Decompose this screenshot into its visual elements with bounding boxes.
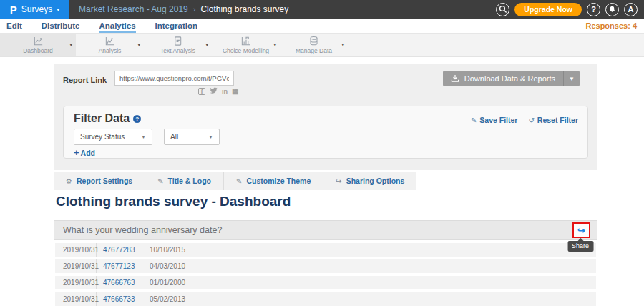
topbar-actions: Upgrade Now ? A [496, 3, 638, 16]
report-link-input[interactable] [114, 71, 234, 86]
analytics-toolbar: Dashboard ▾ Analysis ▾ [0, 34, 644, 57]
response-date: 2019/10/31 [55, 292, 97, 306]
download-data-reports-button[interactable]: Download Data & Reports ▼ [443, 71, 580, 86]
download-icon [451, 74, 459, 83]
embed-icon[interactable]: ▦ [232, 88, 238, 95]
add-filter-button[interactable]: +Add [74, 147, 95, 158]
chevron-down-icon[interactable]: ▾ [69, 42, 72, 48]
tab-sharing-options[interactable]: ↪ Sharing Options [323, 172, 416, 190]
choice-chart-icon [240, 36, 251, 46]
edit-icon: ✎ [236, 177, 242, 185]
twitter-icon[interactable] [210, 87, 218, 96]
filter-actions: ✎ Save Filter ↺ Reset Filter [471, 116, 578, 124]
chevron-down-icon: ▼ [569, 76, 575, 82]
nav-item-distribute[interactable]: Distribute [42, 19, 80, 33]
share-annotation-box: ↪ Share [572, 222, 590, 238]
filter-data-title: Filter Data? [74, 112, 141, 125]
text-document-icon [172, 36, 183, 46]
table-row: 2019/10/31 47677123 04/03/2010 [55, 259, 596, 273]
nav-item-analytics[interactable]: Analytics [99, 19, 135, 33]
table-row: 2019/10/31 47666763 01/01/2000 [55, 276, 596, 289]
help-button[interactable]: ? [587, 3, 600, 16]
upgrade-now-button[interactable]: Upgrade Now [514, 3, 582, 16]
nav-item-edit[interactable]: Edit [6, 19, 22, 33]
reset-filter-button[interactable]: ↺ Reset Filter [528, 116, 578, 124]
edit-icon: ✎ [157, 177, 163, 185]
tab-report-settings[interactable]: ⚙ Report Settings [54, 172, 145, 190]
response-answer: 05/02/2013 [142, 292, 185, 306]
analysis-chart-icon [104, 36, 115, 46]
page-title: Clothing brands survey - Dashboard [56, 194, 291, 209]
filter-type-dropdown[interactable]: Survey Status ▼ [74, 129, 152, 145]
questionpro-dashboard-screen: P Surveys ▾ Market Research - Aug 2019 ›… [0, 0, 644, 308]
chevron-down-icon[interactable]: ▾ [137, 42, 140, 48]
avatar[interactable]: A [624, 3, 638, 16]
table-row: 2019/10/31 47677283 10/10/2015 [55, 243, 596, 257]
plus-icon: + [74, 147, 79, 158]
share-tooltip: Share [567, 241, 593, 252]
notifications-button[interactable] [605, 3, 619, 16]
responses-count[interactable]: Responses: 4 [585, 19, 637, 33]
surveys-menu[interactable]: P Surveys ▾ [0, 0, 69, 19]
facebook-icon[interactable]: f [198, 88, 205, 95]
toolbar-item-dashboard[interactable]: Dashboard ▾ [0, 34, 76, 56]
question-title: What is your wedding anniversary date? [63, 225, 222, 235]
question-panel: What is your wedding anniversary date? ↪… [54, 220, 597, 308]
report-link-label: Report Link [63, 76, 107, 84]
report-card: Report Link f in ▦ Download Data & Repor… [54, 64, 597, 170]
help-icon[interactable]: ? [133, 115, 141, 123]
download-dropdown-caret[interactable]: ▼ [563, 71, 580, 86]
line-chart-icon [33, 36, 44, 46]
response-answer: 01/01/2000 [142, 276, 185, 289]
gears-icon: ⚙ [66, 177, 72, 185]
top-bar: P Surveys ▾ Market Research - Aug 2019 ›… [0, 0, 644, 19]
edit-icon: ✎ [471, 116, 477, 124]
table-row: 2019/10/31 47666733 05/02/2013 [55, 292, 596, 306]
response-date: 2019/10/31 [55, 259, 97, 273]
linkedin-icon[interactable]: in [222, 88, 228, 95]
search-icon [499, 5, 507, 14]
download-button-label: Download Data & Reports [464, 74, 555, 83]
response-id-link[interactable]: 47677283 [97, 243, 142, 257]
filter-type-value: Survey Status [80, 133, 125, 141]
breadcrumb-separator: › [193, 5, 196, 14]
chevron-down-icon: ▼ [141, 134, 146, 139]
filter-value-dropdown[interactable]: All ▼ [164, 129, 220, 145]
chevron-down-icon[interactable]: ▾ [205, 42, 208, 48]
report-settings-tabs: ⚙ Report Settings ✎ Title & Logo ✎ Custo… [54, 172, 416, 190]
social-share-row: f in ▦ [198, 87, 238, 96]
database-icon [308, 36, 319, 46]
nav-item-integration[interactable]: Integration [155, 19, 197, 33]
filter-value-value: All [170, 133, 178, 141]
search-button[interactable] [496, 3, 509, 16]
breadcrumb-folder[interactable]: Market Research - Aug 2019 [79, 4, 188, 14]
response-id-link[interactable]: 47666763 [97, 276, 142, 289]
toolbar-item-analysis[interactable]: Analysis ▾ [76, 34, 144, 56]
toolbar-item-manage-data[interactable]: Manage Data ▾ [280, 34, 348, 56]
chevron-down-icon[interactable]: ▾ [273, 42, 276, 48]
toolbar-item-choice-modelling[interactable]: Choice Modelling ▾ [212, 34, 280, 56]
chevron-down-icon: ▼ [208, 134, 213, 139]
share-button[interactable]: ↪ [572, 222, 590, 238]
tab-title-logo[interactable]: ✎ Title & Logo [145, 172, 224, 190]
response-answer: 04/03/2010 [142, 259, 185, 273]
share-icon: ↪ [336, 177, 341, 185]
save-filter-button[interactable]: ✎ Save Filter [471, 116, 518, 124]
responses-table: 2019/10/31 47677283 10/10/2015 2019/10/3… [54, 240, 597, 308]
filter-data-panel: Filter Data? ✎ Save Filter ↺ Reset Filte… [63, 106, 588, 159]
toolbar-item-text-analysis[interactable]: Text Analysis ▾ [144, 34, 212, 56]
breadcrumb-survey-name: Clothing brands survey [200, 4, 288, 14]
tab-customize-theme[interactable]: ✎ Customize Theme [224, 172, 323, 190]
response-id-link[interactable]: 47666733 [97, 292, 142, 306]
chevron-down-icon[interactable]: ▾ [341, 42, 344, 48]
reset-icon: ↺ [528, 116, 534, 124]
response-id-link[interactable]: 47677123 [97, 259, 142, 273]
response-date: 2019/10/31 [55, 243, 97, 257]
response-answer: 10/10/2015 [142, 243, 185, 257]
bell-icon [608, 5, 616, 14]
chevron-down-icon: ▾ [57, 6, 59, 13]
questionpro-logo-icon: P [10, 4, 17, 16]
share-icon: ↪ [577, 225, 585, 236]
question-header: What is your wedding anniversary date? ↪… [54, 220, 597, 240]
breadcrumb: Market Research - Aug 2019 › Clothing br… [79, 4, 288, 14]
